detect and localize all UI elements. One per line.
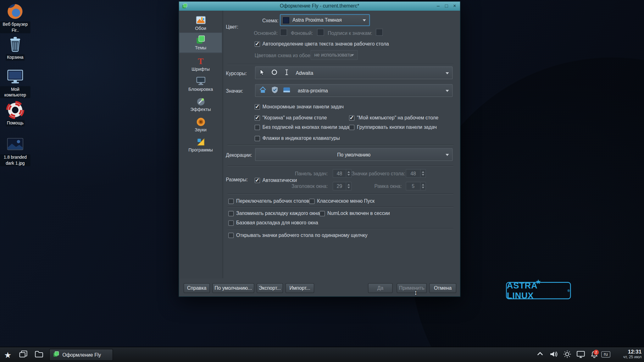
background-color-swatch[interactable] (317, 29, 324, 36)
wallpaper-scheme-value: не использовать (314, 52, 352, 58)
checkbox-computer-on-desktop[interactable]: "Мой компьютер" на рабочем столе (349, 114, 438, 121)
effects-icon (196, 96, 205, 106)
checkbox-box (255, 115, 260, 120)
bell-icon: 2 (590, 350, 598, 359)
decorations-value: По умолчанию (337, 152, 370, 157)
window-title-size-spinner[interactable]: 29 (333, 182, 352, 190)
checkbox-desktop-switcher[interactable]: Переключатель рабочих столов (228, 198, 309, 205)
desktop-icon-firefox[interactable]: Веб браузер Fir.. (0, 3, 31, 33)
yes-button[interactable]: Да (368, 283, 392, 293)
clock[interactable]: 12:31 чт, 25 июл (623, 348, 641, 359)
checkbox-group-buttons[interactable]: Группировать кнопки панели задач (349, 124, 437, 130)
desktop-icon-label: Веб браузер Fir.. (0, 21, 31, 33)
sidebar-item-themes[interactable]: Темы (179, 32, 222, 53)
icon-theme-dropdown[interactable]: astra-proxima (255, 84, 452, 97)
checkbox-box (228, 233, 234, 238)
file-manager-button[interactable] (33, 349, 45, 361)
volume-button[interactable] (547, 349, 560, 361)
keyboard-layout-indicator[interactable]: ru (601, 351, 610, 358)
color-scheme-dropdown[interactable]: Astra Proxima Темная (280, 14, 370, 26)
spinner-arrows-icon[interactable] (346, 182, 351, 190)
notifications-button[interactable]: 2 (588, 349, 600, 361)
checkbox-base-layout[interactable]: Базовая раскладка для нового окна (228, 220, 318, 226)
checkbox-numlock[interactable]: NumLock включен в сессии (319, 210, 390, 217)
icon-captions-color-swatch[interactable] (376, 29, 383, 36)
window-titlebar[interactable]: Оформление Fly - current.themerc* – □ × (179, 2, 460, 11)
close-button[interactable]: × (451, 3, 458, 9)
checkbox-trash-on-desktop[interactable]: "Корзина" на рабочем столе (255, 114, 327, 121)
checkbox-label: NumLock включен в сессии (327, 211, 390, 216)
primary-color-label: Основной: (254, 30, 278, 36)
desktop-icon-trash[interactable]: Корзина (0, 35, 31, 61)
checkbox-box (255, 124, 260, 130)
start-star-icon: ★ (4, 350, 11, 359)
checkbox-box (349, 115, 354, 120)
window-frame-size-spinner[interactable]: 5 (406, 182, 426, 190)
icons-label: Значки: (226, 88, 243, 94)
checkbox-label: Автоопределение цвета текста значков раб… (263, 41, 389, 47)
checkbox-label: Открывать значки рабочего стола по одина… (236, 232, 368, 238)
decorations-dropdown[interactable]: По умолчанию (255, 148, 452, 161)
themes-icon (53, 351, 59, 359)
spinner-value: 48 (406, 169, 420, 177)
sidebar-item-sounds[interactable]: Звуки (179, 115, 222, 134)
defaults-button[interactable]: По умолчанию... (212, 283, 254, 293)
sidebar-item-programs[interactable]: Программы (179, 135, 222, 154)
astra-star-icon: ★ (536, 278, 541, 285)
checkbox-box (255, 104, 260, 109)
sounds-icon (196, 117, 205, 127)
brightness-button[interactable] (561, 349, 573, 361)
checkbox-auto-icon-text-color[interactable]: Автоопределение цвета текста значков раб… (255, 41, 389, 47)
desktop-icon-image-file[interactable]: 1.8 branded dark 1.jpg (0, 135, 31, 166)
cancel-button[interactable]: Отмена (429, 283, 456, 293)
sidebar-item-label: Темы (195, 45, 206, 50)
spinner-value: 48 (333, 169, 346, 177)
registered-mark: ® (568, 289, 570, 293)
desktop-icon-my-computer[interactable]: Мой компьютер (0, 67, 31, 98)
checkbox-classic-menu[interactable]: Классическое меню Пуск (309, 198, 375, 205)
checkbox-label: Базовая раскладка для нового окна (236, 220, 318, 226)
spinner-arrows-icon[interactable] (420, 169, 425, 177)
window-list-button[interactable] (17, 349, 30, 361)
scheme-value: Astra Proxima Темная (292, 17, 342, 23)
taskbar-size-spinner[interactable]: 48 (333, 169, 352, 178)
checkbox-single-click[interactable]: Открывать значки рабочего стола по одина… (228, 232, 367, 239)
desktop-icons-size-label: Значки рабочего стола: (352, 171, 402, 176)
cursors-dropdown[interactable]: Adwaita (255, 67, 452, 79)
programs-icon (196, 137, 205, 147)
spinner-arrows-icon[interactable] (346, 169, 351, 177)
sidebar-item-fonts[interactable]: T Шрифты (179, 55, 222, 74)
apply-button[interactable]: Применить (397, 283, 427, 293)
checkbox-auto-sizes[interactable]: Автоматически (255, 177, 297, 184)
panel-icon (283, 86, 291, 95)
display-settings-button[interactable] (575, 349, 587, 361)
desktop-icon-help[interactable]: Помощь (0, 101, 31, 126)
sidebar-item-effects[interactable]: Эффекты (179, 95, 222, 114)
sidebar-item-wallpaper[interactable]: Обои (179, 14, 222, 33)
checkbox-keyboard-flags[interactable]: Флажки в индикаторе клавиатуры (255, 135, 340, 142)
checkbox-remember-layout[interactable]: Запоминать раскладку каждого окна (228, 210, 320, 217)
separator (228, 145, 453, 145)
pointer-cursor-icon (259, 69, 265, 77)
desktop-icons-size-spinner[interactable]: 48 (406, 169, 426, 178)
fonts-icon: T (196, 56, 205, 66)
chevron-up-icon (536, 350, 544, 359)
tray-expand-button[interactable] (534, 349, 546, 361)
minimize-button[interactable]: – (435, 3, 442, 9)
checkbox-no-captions[interactable]: Без подписей на кнопках панели задач (255, 124, 352, 130)
checkbox-label: Группировать кнопки панели задач (357, 124, 437, 130)
primary-color-swatch[interactable] (280, 29, 287, 36)
start-menu-button[interactable]: ★ (2, 349, 14, 361)
import-button[interactable]: Импорт... (286, 283, 314, 293)
taskbar-task-fly-appearance[interactable]: Оформление Fly (49, 349, 113, 361)
help-button[interactable]: Справка (184, 283, 210, 293)
export-button[interactable]: Экспорт... (257, 283, 283, 293)
sidebar: Обои Темы T Шрифты Блокировка (179, 11, 223, 278)
cursors-label: Курсоры: (226, 71, 247, 76)
sidebar-item-lock[interactable]: Блокировка (179, 75, 222, 94)
wallpaper-scheme-dropdown[interactable]: не использовать (310, 50, 358, 60)
wallpaper-icon (196, 16, 205, 25)
maximize-button[interactable]: □ (443, 3, 450, 9)
spinner-arrows-icon[interactable] (420, 182, 425, 190)
checkbox-mono-taskbar-icons[interactable]: Монохромные значки панели задач (255, 103, 344, 110)
